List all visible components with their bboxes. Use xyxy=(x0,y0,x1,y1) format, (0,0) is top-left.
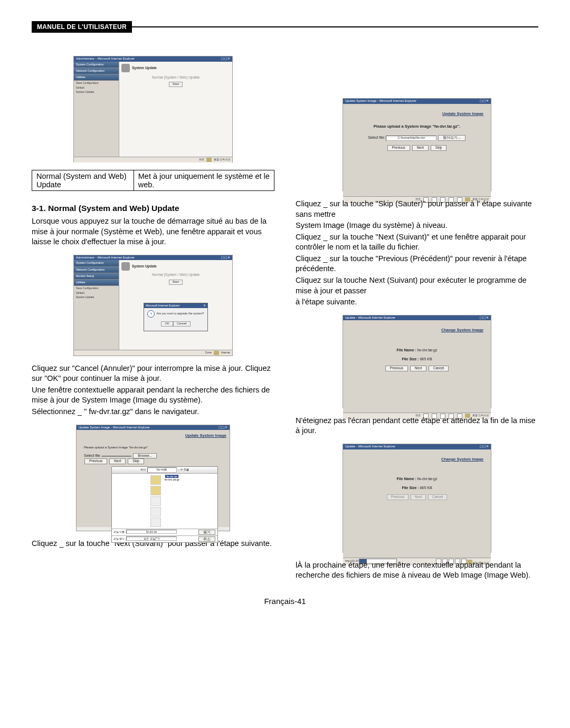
sidebar-subitem[interactable]: Save Configuration xyxy=(74,81,119,85)
header-link[interactable]: Update System Image xyxy=(80,433,226,438)
body-text: Cliquez _ sur la touche "Skip (Sauter)" … xyxy=(296,199,538,219)
section-heading: 3-1. Normal (System and Web) Update xyxy=(32,204,274,213)
window-title: Administrator - Microsoft Internet Explo… xyxy=(76,57,135,61)
status-zone: 로컬 인트라넷 xyxy=(214,158,230,162)
header-link[interactable]: Update System Image xyxy=(350,111,483,117)
panel-heading: System Update xyxy=(132,264,157,268)
header-bar: MANUEL DE L'UTILISATEUR xyxy=(32,21,538,33)
file-name-value: fw-dvr.tar.gz xyxy=(417,348,438,352)
sidebar-subitem[interactable]: System Update xyxy=(74,295,119,300)
sidebar-item[interactable]: Utilities xyxy=(74,280,119,286)
body-text: Une fenêtre contextuelle apparait pendan… xyxy=(32,385,274,406)
desktop-icon[interactable] xyxy=(150,496,161,506)
header-link[interactable]: Change System Image xyxy=(350,457,483,462)
right-column: Update System Image - Microsoft Internet… xyxy=(296,49,538,582)
window-controls-icon: ▢▢✕ xyxy=(218,426,227,430)
body-text: Sélectionnez _ " fw-dvr.tar.gz" dans le … xyxy=(32,407,274,417)
skip-button[interactable]: Skip xyxy=(431,145,447,150)
sidebar-item[interactable]: Network Configuration xyxy=(74,68,119,74)
browse-button[interactable]: Browse... xyxy=(133,453,157,458)
panel-heading: System Update xyxy=(132,66,157,70)
panel-subtext: Normal (System / Web) Update xyxy=(121,273,230,277)
window-title: Update - Microsoft Internet Explorer xyxy=(345,316,395,320)
sidebar-subitem[interactable]: Default xyxy=(74,291,119,295)
screenshot-upload-dialog: Update System Image - Microsoft Internet… xyxy=(343,98,491,191)
header-link[interactable]: Change System Image xyxy=(350,328,483,333)
page-number: Français-41 xyxy=(32,597,538,606)
field-label: 파일 형식: xyxy=(113,537,126,540)
sidebar-item[interactable]: Monitor Setup xyxy=(74,273,119,280)
body-text: Lorsque vous appuyez sur la touche de dé… xyxy=(32,216,274,247)
screenshot-confirm-popup: Administrator - Microsoft Internet Explo… xyxy=(73,255,233,356)
field-label: Select file: xyxy=(368,136,385,139)
start-button[interactable]: Start xyxy=(169,280,183,285)
sidebar-subitem[interactable]: System Update xyxy=(74,90,119,94)
table-cell: Normal (System and Web) Update xyxy=(32,170,134,191)
next-button-disabled: Next xyxy=(411,494,426,500)
sidebar-subitem[interactable]: Default xyxy=(74,85,119,90)
manual-header-tag: MANUEL DE L'UTILISATEUR xyxy=(32,21,132,33)
field-label: Select file: xyxy=(84,454,101,457)
dialog-text: Please upload a System Image "fw-dvr.tar… xyxy=(350,124,483,129)
previous-button[interactable]: Previous xyxy=(385,366,408,371)
fb-location-input[interactable]: fw-mdb xyxy=(147,467,177,473)
fb-location: 위치: xyxy=(140,468,147,471)
filename-input[interactable]: fw-dvr.tar xyxy=(126,530,177,534)
dialog-text: Please upload a System Image "fw-dvr.tar… xyxy=(84,446,226,450)
next-button[interactable]: Next xyxy=(109,458,126,464)
field-label: File Size : xyxy=(402,486,419,490)
status-done: 완료 xyxy=(199,158,204,162)
cancel-button[interactable]: Cancel xyxy=(173,321,191,327)
body-text: Cliquez sur "Cancel (Annuler)" pour inte… xyxy=(32,363,274,384)
screenshot-file-browser: Update System Image - Microsoft Internet… xyxy=(76,425,230,531)
network-icon[interactable] xyxy=(150,518,161,527)
screenshot-progress: Update - Microsoft Internet Explorer▢▢✕ … xyxy=(343,444,491,553)
window-title: Update - Microsoft Internet Explorer xyxy=(345,445,395,449)
browse-button[interactable]: 찾아보기... xyxy=(438,135,465,140)
field-label: File Size : xyxy=(402,357,419,361)
status-zone: Internet xyxy=(221,351,230,355)
window-title: Update System Image - Microsoft Internet… xyxy=(345,99,416,103)
field-label: 파일 이름: xyxy=(113,530,126,533)
body-text: lÀ la prochaine étape, une fenêtre conte… xyxy=(296,560,538,581)
open-button[interactable]: 열기 xyxy=(198,530,215,535)
dialog-title: Microsoft Internet Explorer xyxy=(146,304,180,308)
cancel-button[interactable]: Cancel xyxy=(429,366,449,371)
sidebar-item[interactable]: System Configuration xyxy=(74,260,119,266)
body-text: Cliquez sur la touche Next (Suivant) pou… xyxy=(296,275,538,296)
toolbar-icons[interactable]: ← ⟳ ☰ ▦ xyxy=(177,468,189,471)
header-rule xyxy=(132,26,538,27)
cancel-button[interactable]: 취소 xyxy=(198,537,215,542)
window-controls-icon: ▢▢✕ xyxy=(480,445,489,449)
sidebar-item[interactable]: System Configuration xyxy=(74,62,119,68)
folder-icon[interactable] xyxy=(150,475,161,485)
previous-button[interactable]: Previous xyxy=(84,458,107,464)
next-button[interactable]: Next xyxy=(410,366,426,371)
file-size-value: 865 KB xyxy=(420,486,432,490)
file-item[interactable]: fw-mrc.tar.gz xyxy=(164,478,179,481)
sidebar-item[interactable]: Utilities xyxy=(74,74,119,81)
folder-icon[interactable] xyxy=(150,486,161,495)
question-icon: ? xyxy=(147,310,155,318)
left-column: Administrator - Microsoft Internet Explo… xyxy=(32,49,274,582)
ok-button[interactable]: OK xyxy=(161,321,173,327)
mycomputer-icon[interactable] xyxy=(150,507,161,516)
window-controls-icon: ▢▢✕ xyxy=(221,57,230,61)
info-table: Normal (System and Web) Update Met à jou… xyxy=(32,170,274,191)
selected-file[interactable]: fw-dvr.tar xyxy=(165,475,178,478)
close-icon[interactable]: ✕ xyxy=(203,304,206,308)
start-button[interactable]: Start xyxy=(169,82,183,87)
previous-button-disabled: Previous xyxy=(387,494,408,500)
next-button[interactable]: Next xyxy=(412,145,429,150)
file-input[interactable]: C:\home\http\fw-dvr xyxy=(386,136,436,141)
file-input[interactable] xyxy=(102,456,131,457)
file-name-value: fw-dvr.tar.gz xyxy=(417,477,438,481)
sidebar-subitem[interactable]: Save Configuration xyxy=(74,286,119,291)
screenshot-change-image: Update - Microsoft Internet Explorer▢▢✕ … xyxy=(343,315,491,408)
filetype-input[interactable]: 모든 파일(*.*) xyxy=(126,537,177,541)
dialog-text: Are you sure to upgrade the system? xyxy=(156,312,204,315)
window-title: Administrator - Microsoft Internet Explo… xyxy=(76,256,135,260)
sidebar-item[interactable]: Network Configuration xyxy=(74,267,119,273)
previous-button[interactable]: Previous xyxy=(387,145,410,150)
skip-button[interactable]: Skip xyxy=(128,458,144,464)
